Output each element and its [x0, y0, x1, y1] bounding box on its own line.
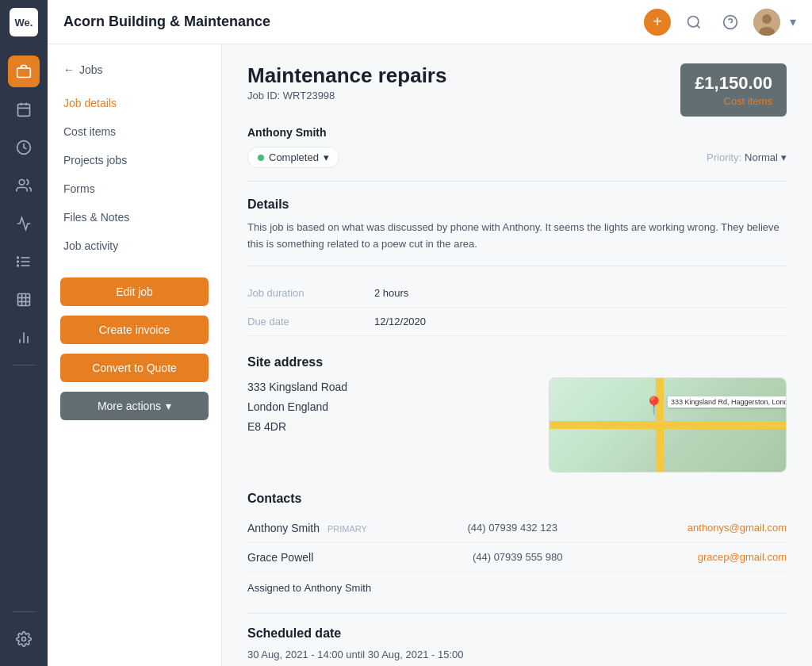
site-address-section: Site address 333 Kingsland Road London E… — [247, 355, 787, 473]
contact-name-2: Grace Powell — [247, 551, 473, 564]
details-description: This job is based on what was discussed … — [247, 220, 787, 253]
site-address-title: Site address — [247, 355, 787, 369]
map-visual: 📍 333 Kingsland Rd, Haggerston, London..… — [550, 378, 786, 472]
nav-icon-calendar[interactable] — [8, 94, 40, 125]
search-button[interactable] — [680, 9, 707, 36]
svg-point-21 — [22, 637, 26, 641]
sidebar-item-projects-jobs[interactable]: Projects jobs — [48, 146, 221, 174]
job-header: Maintenance repairs Job ID: WRT23998 £1,… — [247, 63, 787, 117]
nav-icon-list[interactable] — [8, 246, 40, 278]
convert-to-quote-button[interactable]: Convert to Quote — [60, 354, 209, 382]
due-date-label: Due date — [247, 316, 374, 327]
top-header: Acorn Building & Maintenance + ▾ — [48, 0, 812, 44]
company-name: Acorn Building & Maintenance — [63, 13, 644, 30]
create-invoice-button[interactable]: Create invoice — [60, 316, 209, 344]
nav-icon-analytics[interactable] — [8, 322, 40, 354]
map-pin-icon: 📍 — [643, 396, 665, 416]
contacts-title: Contacts — [247, 492, 787, 506]
map-label: 333 Kingsland Rd, Haggerston, London... — [668, 396, 787, 408]
details-section: Details This job is based on what was di… — [247, 197, 787, 336]
add-button[interactable]: + — [644, 9, 671, 36]
job-id: Job ID: WRT23998 — [247, 90, 446, 101]
sidebar-divider-bottom — [12, 611, 36, 612]
left-sidebar: ← Jobs Job details Cost items Projects j… — [48, 44, 222, 666]
contact-name-1: Anthony Smith PRIMARY — [247, 522, 467, 534]
duration-label: Job duration — [247, 287, 374, 299]
svg-point-10 — [17, 257, 19, 258]
svg-rect-13 — [18, 294, 30, 306]
svg-point-11 — [17, 261, 19, 262]
status-chevron-icon: ▾ — [324, 151, 329, 163]
map-road-vertical — [656, 378, 664, 472]
nav-icon-clock[interactable] — [8, 132, 40, 163]
contact-phone-1: (44) 07939 432 123 — [467, 522, 687, 534]
sidebar-item-job-details[interactable]: Job details — [48, 89, 221, 117]
sidebar-item-cost-items[interactable]: Cost items — [48, 117, 221, 146]
due-date-row: Due date 12/12/2020 — [247, 308, 787, 336]
more-actions-button[interactable]: More actions ▾ — [60, 392, 209, 420]
action-buttons-group: Edit job Create invoice Convert to Quote… — [48, 273, 221, 420]
svg-rect-0 — [17, 68, 31, 78]
help-button[interactable] — [717, 9, 744, 36]
sidebar-item-job-activity[interactable]: Job activity — [48, 232, 221, 260]
contact-badge-1: PRIMARY — [327, 524, 367, 534]
contact-email-2[interactable]: gracep@gmail.com — [698, 551, 787, 563]
address-line1: 333 Kingsland Road — [247, 377, 530, 397]
duration-value: 2 hours — [374, 287, 408, 299]
priority-label: Priority: — [707, 151, 741, 163]
address-line2: London England — [247, 397, 530, 417]
contact-email-1[interactable]: anthonys@gmail.com — [688, 522, 787, 534]
content-area: ← Jobs Job details Cost items Projects j… — [48, 44, 812, 666]
scheduled-section: Scheduled date 30 Aug, 2021 - 14:00 unti… — [247, 613, 787, 660]
contacts-section: Contacts Anthony Smith PRIMARY (44) 0793… — [247, 492, 787, 594]
status-dot — [258, 155, 264, 161]
back-to-jobs[interactable]: ← Jobs — [48, 57, 221, 82]
price-box: £1,150.00 Cost items — [680, 63, 787, 117]
status-row: Completed ▾ Priority: Normal ▾ — [247, 147, 787, 182]
svg-line-23 — [697, 25, 700, 28]
priority-chevron-icon: ▾ — [781, 151, 787, 163]
edit-job-button[interactable]: Edit job — [60, 278, 209, 306]
due-date-value: 12/12/2020 — [374, 316, 426, 327]
site-address: 333 Kingsland Road London England E8 4DR — [247, 377, 530, 473]
site-section: 333 Kingsland Road London England E8 4DR… — [247, 377, 787, 473]
icon-sidebar: We. — [0, 0, 48, 666]
user-avatar[interactable] — [753, 9, 780, 36]
svg-rect-1 — [18, 104, 30, 116]
scheduled-date: 30 Aug, 2021 - 14:00 until 30 Aug, 2021 … — [247, 649, 787, 660]
cost-items-link[interactable]: Cost items — [695, 95, 772, 107]
nav-icon-users[interactable] — [8, 170, 40, 201]
back-arrow-icon: ← — [63, 63, 75, 76]
user-chevron-icon[interactable]: ▾ — [790, 14, 796, 29]
priority-select[interactable]: Priority: Normal ▾ — [707, 151, 787, 163]
svg-point-22 — [688, 16, 699, 26]
job-title: Maintenance repairs — [247, 63, 446, 88]
job-price: £1,150.00 — [695, 73, 772, 94]
priority-value: Normal — [745, 151, 778, 163]
svg-point-27 — [762, 14, 772, 24]
svg-point-6 — [19, 180, 25, 186]
app-logo: We. — [10, 8, 38, 36]
map-road-horizontal — [550, 421, 786, 429]
sidebar-item-forms[interactable]: Forms — [48, 174, 221, 203]
duration-row: Job duration 2 hours — [247, 279, 787, 308]
svg-point-12 — [17, 265, 19, 266]
details-section-title: Details — [247, 197, 787, 212]
sidebar-divider — [12, 365, 36, 366]
assigned-row: Assigned to Anthony Smith — [247, 582, 787, 594]
main-content: Maintenance repairs Job ID: WRT23998 £1,… — [222, 44, 812, 666]
job-title-block: Maintenance repairs Job ID: WRT23998 — [247, 63, 446, 101]
header-actions: + ▾ — [644, 9, 796, 36]
scheduled-title: Scheduled date — [247, 626, 787, 641]
sidebar-item-files-notes[interactable]: Files & Notes — [48, 203, 221, 232]
map-container[interactable]: 📍 333 Kingsland Rd, Haggerston, London..… — [549, 377, 787, 473]
contact-row-1: Anthony Smith PRIMARY (44) 07939 432 123… — [247, 514, 787, 543]
address-line3: E8 4DR — [247, 417, 530, 437]
nav-icon-reports[interactable] — [8, 208, 40, 239]
nav-icon-briefcase[interactable] — [8, 56, 40, 87]
nav-icon-table[interactable] — [8, 284, 40, 316]
contact-row-2: Grace Powell (44) 07939 555 980 gracep@g… — [247, 543, 787, 572]
contact-phone-2: (44) 07939 555 980 — [473, 551, 698, 563]
nav-icon-settings[interactable] — [8, 623, 40, 655]
status-badge[interactable]: Completed ▾ — [247, 147, 339, 168]
